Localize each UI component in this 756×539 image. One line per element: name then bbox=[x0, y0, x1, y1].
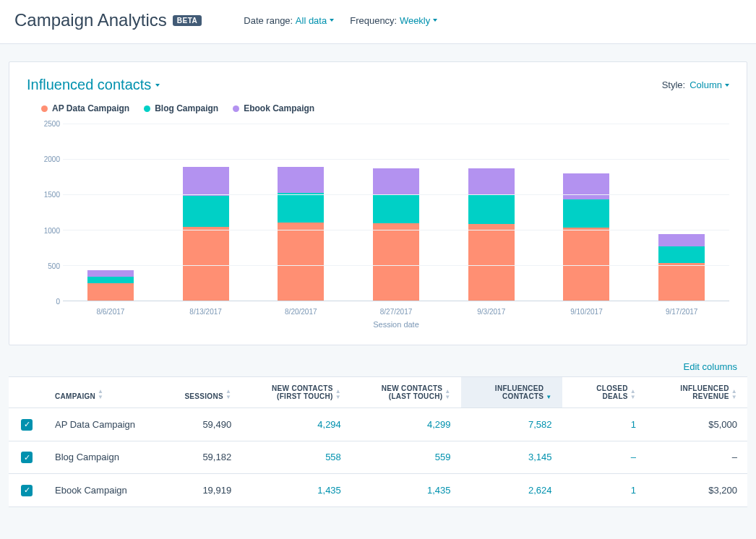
bar-stack[interactable] bbox=[373, 147, 419, 301]
chart: 05001000150020002500 8/6/20178/13/20178/… bbox=[34, 124, 729, 326]
frequency-control[interactable]: Frequency: Weekly bbox=[350, 15, 437, 26]
table-row[interactable]: ✓Blog Campaign59,1825585593,145–– bbox=[9, 441, 747, 474]
col-closed-deals[interactable]: CLOSED DEALS▲▼ bbox=[562, 377, 646, 408]
legend-item[interactable]: Blog Campaign bbox=[144, 103, 218, 113]
row-checkbox-cell[interactable]: ✓ bbox=[9, 474, 45, 507]
y-axis: 05001000150020002500 bbox=[34, 124, 63, 301]
style-label: Style: bbox=[662, 79, 686, 90]
bar-stack[interactable] bbox=[183, 147, 229, 301]
grid-line bbox=[63, 230, 729, 230]
cell-closed-deals[interactable]: – bbox=[562, 441, 646, 474]
bar-segment bbox=[563, 173, 609, 199]
bar-segment bbox=[468, 224, 515, 301]
row-checkbox-cell[interactable]: ✓ bbox=[9, 408, 45, 441]
col-campaign[interactable]: CAMPAIGN▲▼ bbox=[45, 377, 163, 408]
legend-item[interactable]: AP Data Campaign bbox=[41, 103, 129, 113]
cell-influenced-contacts[interactable]: 7,582 bbox=[461, 408, 562, 441]
bar-segment bbox=[658, 234, 705, 246]
bar-segment bbox=[373, 168, 419, 194]
table-row[interactable]: ✓AP Data Campaign59,4904,2944,2997,5821$… bbox=[9, 408, 747, 441]
checkbox-checked-icon[interactable]: ✓ bbox=[21, 485, 33, 496]
bar-slot bbox=[444, 124, 539, 301]
bar-segment bbox=[87, 270, 134, 276]
bar-segment bbox=[563, 199, 609, 228]
cell-influenced-revenue: – bbox=[646, 441, 747, 474]
chevron-down-icon bbox=[155, 84, 160, 87]
cell-influenced-contacts[interactable]: 2,624 bbox=[461, 474, 562, 507]
chevron-down-icon bbox=[725, 84, 729, 87]
x-axis-labels: 8/6/20178/13/20178/20/20178/27/20179/3/2… bbox=[63, 308, 729, 316]
table-row[interactable]: ✓Ebook Campaign19,9191,4351,4352,6241$3,… bbox=[9, 474, 747, 507]
chart-plot bbox=[63, 124, 729, 301]
chart-title-dropdown[interactable]: Influenced contacts bbox=[27, 77, 160, 93]
bar-segment bbox=[658, 246, 705, 263]
legend-dot-icon bbox=[233, 105, 239, 112]
cell-closed-deals[interactable]: 1 bbox=[562, 408, 646, 441]
bar-stack[interactable] bbox=[563, 150, 609, 301]
cell-closed-deals[interactable]: 1 bbox=[562, 474, 646, 507]
cell-new-contacts-first[interactable]: 558 bbox=[241, 441, 351, 474]
col-influenced-contacts[interactable]: INFLUENCED CONTACTS▼ bbox=[461, 377, 562, 408]
y-tick: 1500 bbox=[34, 191, 63, 199]
col-sessions[interactable]: SESSIONS▲▼ bbox=[163, 377, 241, 408]
cell-new-contacts-first[interactable]: 4,294 bbox=[241, 408, 351, 441]
sort-icon: ▲▼ bbox=[225, 389, 231, 400]
cell-campaign: AP Data Campaign bbox=[45, 408, 163, 441]
cell-campaign: Blog Campaign bbox=[45, 441, 163, 474]
x-tick: 9/17/2017 bbox=[634, 308, 729, 316]
cell-new-contacts-first[interactable]: 1,435 bbox=[241, 474, 351, 507]
legend-label: AP Data Campaign bbox=[52, 103, 129, 113]
cell-sessions: 19,919 bbox=[163, 474, 241, 507]
y-tick: 500 bbox=[34, 262, 63, 270]
col-influenced-revenue[interactable]: INFLUENCED REVENUE▲▼ bbox=[646, 377, 747, 408]
edit-columns-link[interactable]: Edit columns bbox=[684, 361, 737, 372]
beta-badge: BETA bbox=[173, 15, 202, 26]
cell-campaign: Ebook Campaign bbox=[45, 474, 163, 507]
grid-line bbox=[63, 124, 729, 124]
x-tick: 9/10/2017 bbox=[539, 308, 635, 316]
x-tick: 8/20/2017 bbox=[253, 308, 348, 316]
y-tick: 2000 bbox=[34, 155, 63, 163]
bar-segment bbox=[278, 193, 324, 223]
grid-line bbox=[63, 159, 729, 160]
cell-sessions: 59,490 bbox=[163, 408, 241, 441]
bar-segment bbox=[278, 167, 324, 193]
cell-influenced-contacts[interactable]: 3,145 bbox=[461, 441, 562, 474]
chart-card: Influenced contacts Style: Column AP Dat… bbox=[9, 61, 747, 345]
date-range-control[interactable]: Date range: All data bbox=[244, 15, 334, 26]
cell-influenced-revenue: $5,000 bbox=[646, 408, 747, 441]
x-tick: 8/13/2017 bbox=[158, 308, 254, 316]
col-new-contacts-first[interactable]: NEW CONTACTS (FIRST TOUCH)▲▼ bbox=[241, 377, 351, 408]
sort-icon: ▲▼ bbox=[731, 389, 737, 400]
page-header: Campaign Analytics BETA Date range: All … bbox=[0, 0, 756, 44]
campaigns-table: CAMPAIGN▲▼ SESSIONS▲▼ NEW CONTACTS (FIRS… bbox=[9, 376, 747, 507]
bar-segment bbox=[563, 228, 609, 301]
cell-new-contacts-last[interactable]: 4,299 bbox=[351, 408, 461, 441]
bar-segment bbox=[183, 167, 229, 196]
legend-item[interactable]: Ebook Campaign bbox=[233, 103, 314, 113]
bar-stack[interactable] bbox=[87, 228, 134, 301]
header-controls: Date range: All data Frequency: Weekly bbox=[244, 15, 437, 26]
bar-stack[interactable] bbox=[468, 147, 515, 301]
page-title: Campaign Analytics BETA bbox=[14, 10, 202, 30]
sort-icon: ▲▼ bbox=[335, 389, 341, 400]
bar-slot bbox=[539, 124, 635, 301]
checkbox-checked-icon[interactable]: ✓ bbox=[21, 452, 33, 463]
row-checkbox-cell[interactable]: ✓ bbox=[9, 441, 45, 474]
chevron-down-icon bbox=[433, 19, 437, 22]
frequency-value[interactable]: Weekly bbox=[400, 15, 437, 26]
date-range-value[interactable]: All data bbox=[296, 15, 334, 26]
bar-segment bbox=[658, 263, 705, 301]
checkbox-checked-icon[interactable]: ✓ bbox=[21, 419, 33, 431]
bar-segment bbox=[373, 194, 419, 224]
date-range-label: Date range: bbox=[244, 15, 293, 26]
bar-stack[interactable] bbox=[278, 147, 324, 301]
style-value[interactable]: Column bbox=[690, 79, 729, 90]
sort-icon: ▲▼ bbox=[98, 389, 103, 400]
cell-new-contacts-last[interactable]: 1,435 bbox=[351, 474, 461, 507]
chart-style-control[interactable]: Style: Column bbox=[662, 79, 729, 90]
cell-new-contacts-last[interactable]: 559 bbox=[351, 441, 461, 474]
bar-slot bbox=[348, 124, 444, 301]
col-new-contacts-last[interactable]: NEW CONTACTS (LAST TOUCH)▲▼ bbox=[351, 377, 461, 408]
bar-stack[interactable] bbox=[658, 192, 705, 301]
